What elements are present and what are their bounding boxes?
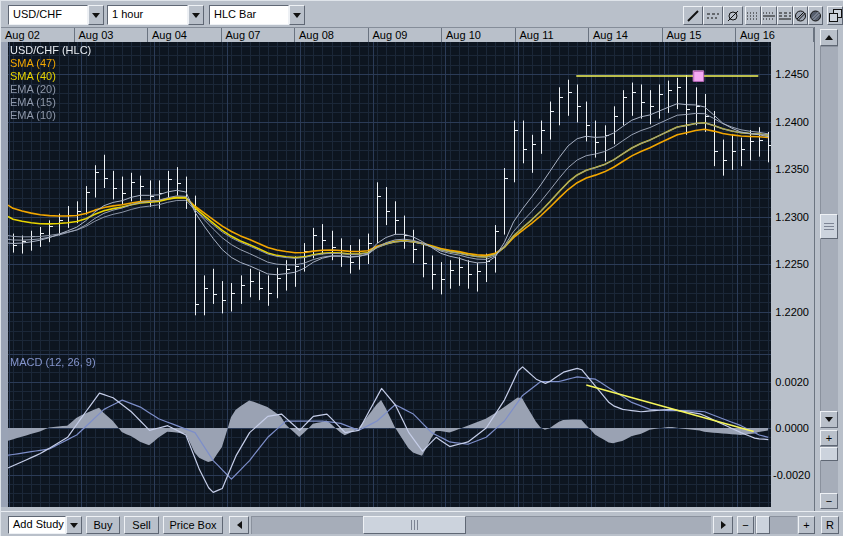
arrow-right-icon [721,521,726,529]
date-axis-label: Aug 14 [589,28,663,42]
macd-axis-tick: 0.0020 [773,377,809,388]
date-axis-label: Aug 15 [663,28,737,42]
top-toolbar: USD/CHF 1 hour HLC Bar [1,1,843,27]
date-axis-label: Aug 11 [516,28,590,42]
trendline-tool-icon [686,9,700,23]
chevron-down-icon [293,13,301,18]
vertical-zoom-thumb[interactable] [820,447,838,461]
circle-dense-icon [809,9,822,23]
ellipse-off-icon [726,9,740,23]
circle-dense-button[interactable] [808,6,823,25]
circle-hatch-button[interactable] [793,6,808,25]
price-axis-tick: 1.2250 [773,259,809,270]
thumb-grip-icon [824,223,834,230]
date-axis-label: Aug 10 [442,28,516,42]
bottom-toolbar: Add Study Buy Sell Price Box − + R [1,511,843,536]
add-study-dropdown-button[interactable] [66,516,82,534]
chart-type-combobox-dropdown-button[interactable] [289,5,305,25]
vertical-zoom-track[interactable] [820,446,838,493]
price-chart-panel: USD/CHF (HLC)SMA (47)SMA (40)EMA (20)EMA… [1,42,771,354]
reset-button[interactable]: R [821,516,839,534]
trendline-tool-button[interactable] [683,6,703,25]
price-chart-canvas[interactable] [1,42,771,354]
date-axis-label: Aug 07 [222,28,296,42]
grid-style-dashed-icon [779,9,791,23]
grid-style-dotted-button[interactable] [745,6,761,25]
price-box-button[interactable]: Price Box [163,516,223,534]
add-study-combobox[interactable]: Add Study [8,516,82,536]
grid-style-mixed-icon [763,9,775,23]
ellipse-off-button[interactable] [723,6,743,25]
interval-combobox[interactable]: 1 hour [107,5,204,25]
vertical-zoom-out-button[interactable]: − [820,493,838,509]
scroll-up-button[interactable] [820,29,838,46]
value-axis-strip: 1.24501.24001.23501.23001.22501.22000.00… [771,42,814,507]
date-axis-label: Aug 08 [295,28,369,42]
chart-application-window: USD/CHF 1 hour HLC Bar [0,0,843,536]
price-vertical-scrollbar-track[interactable] [820,46,838,411]
macd-panel: MACD (12, 26, 9) [1,354,771,507]
date-axis-label: Aug 04 [148,28,222,42]
date-axis-label: Aug 02 [1,28,75,42]
date-axis-label: Aug 16 [736,28,814,42]
circle-hatch-icon [794,9,807,23]
price-axis-tick: 1.2300 [773,212,809,223]
horizontal-zoom-thumb[interactable] [756,516,770,534]
horizontal-zoom-track[interactable] [755,516,797,534]
minus-icon: − [826,495,832,507]
scroll-right-button[interactable] [713,516,733,534]
scroll-down-button[interactable] [820,411,838,428]
chevron-down-icon [92,13,100,18]
date-axis-label: Aug 09 [369,28,443,42]
vertical-zoom-in-button[interactable]: + [820,430,838,446]
add-study-value[interactable]: Add Study [8,516,66,534]
thumb-grip-icon [411,520,418,530]
arrow-down-icon [825,417,833,422]
vertical-scrollbar-strip: + − [814,27,843,511]
arrow-up-icon [825,35,833,40]
chevron-down-icon [192,13,200,18]
buy-button[interactable]: Buy [86,516,120,534]
horizontal-scrollbar-track[interactable] [251,516,711,534]
price-vertical-scrollbar-thumb[interactable] [820,214,838,239]
sell-button[interactable]: Sell [124,516,159,534]
horizontal-zoom-in-button[interactable]: + [798,516,815,534]
symbol-combobox[interactable]: USD/CHF [8,5,104,25]
chart-type-combobox[interactable]: HLC Bar [209,5,305,25]
arrow-left-icon [237,521,242,529]
macd-axis-tick: -0.0020 [773,470,809,481]
line-style-button[interactable] [703,6,723,25]
line-style-icon [706,9,720,23]
price-axis-tick: 1.2400 [773,117,809,128]
grid-style-dashed-button[interactable] [777,6,793,25]
scroll-left-button[interactable] [229,516,249,534]
price-axis-tick: 1.2200 [773,307,809,318]
plus-icon: + [826,432,832,444]
chart-type-combobox-value[interactable]: HLC Bar [209,5,289,25]
grid-style-dotted-icon [747,9,759,23]
horizontal-scrollbar-thumb[interactable] [363,516,466,534]
date-axis-label: Aug 03 [75,28,149,42]
symbol-combobox-value[interactable]: USD/CHF [8,5,88,25]
macd-axis-tick: 0.0000 [773,423,809,434]
chevron-down-icon [70,523,78,528]
cascade-windows-icon [829,9,842,22]
price-axis-tick: 1.2450 [773,69,809,80]
grid-style-mixed-button[interactable] [761,6,777,25]
symbol-combobox-dropdown-button[interactable] [88,5,104,25]
price-axis-tick: 1.2350 [773,164,809,175]
interval-combobox-dropdown-button[interactable] [188,5,204,25]
horizontal-zoom-out-button[interactable]: − [737,516,754,534]
interval-combobox-value[interactable]: 1 hour [107,5,188,25]
cascade-windows-button[interactable] [827,6,843,25]
macd-canvas[interactable] [1,354,771,507]
